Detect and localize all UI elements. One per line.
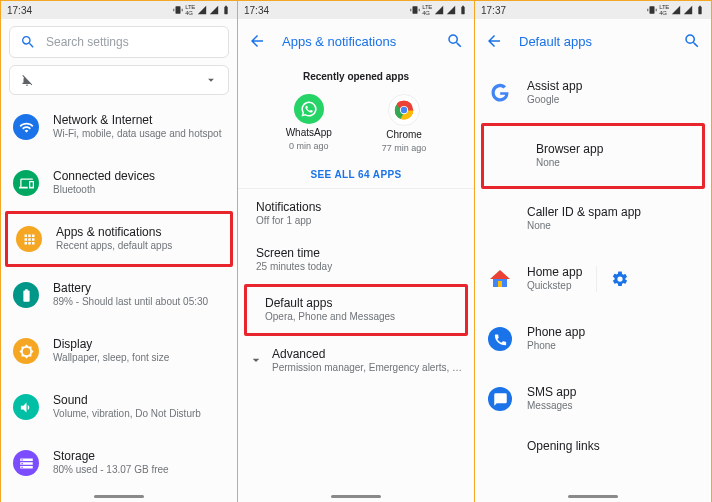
apps-icon — [22, 232, 37, 247]
back-icon[interactable] — [248, 32, 266, 50]
row-home-app[interactable]: Home appQuickstep — [475, 249, 711, 309]
nav-bar — [475, 489, 711, 502]
signal-icon — [683, 5, 693, 15]
status-time: 17:34 — [7, 5, 32, 16]
chevron-down-icon — [204, 73, 218, 87]
battery-icon — [221, 5, 231, 15]
signal-icon — [434, 5, 444, 15]
vibrate-icon — [410, 5, 420, 15]
row-browser-app[interactable]: Browser appNone — [481, 123, 705, 189]
row-connected[interactable]: Connected devicesBluetooth — [1, 155, 237, 211]
signal-icon — [446, 5, 456, 15]
battery-icon — [458, 5, 468, 15]
chrome-icon — [393, 99, 415, 121]
row-apps-notifications[interactable]: Apps & notificationsRecent apps, default… — [5, 211, 233, 267]
row-screen-time[interactable]: Screen time 25 minutes today — [238, 237, 474, 283]
row-opening-links[interactable]: Opening links — [475, 429, 711, 463]
gear-icon[interactable] — [611, 270, 629, 288]
chevron-down-icon — [248, 352, 264, 368]
status-bar: 17:37 LTE4G — [475, 1, 711, 19]
bell-off-icon — [20, 73, 34, 87]
vibrate-icon — [173, 5, 183, 15]
row-phone-app[interactable]: Phone appPhone — [475, 309, 711, 369]
wifi-icon — [19, 120, 34, 135]
back-icon[interactable] — [485, 32, 503, 50]
battery-icon — [695, 5, 705, 15]
row-default-apps[interactable]: Default apps Opera, Phone and Messages — [244, 284, 468, 336]
home-icon — [488, 267, 512, 291]
page-title: Apps & notifications — [282, 34, 430, 49]
status-bar: 17:34 LTE4G — [238, 1, 474, 19]
status-icons: LTE4G — [647, 4, 705, 16]
page-title: Default apps — [519, 34, 667, 49]
nav-bar — [238, 489, 474, 502]
brightness-icon — [19, 344, 34, 359]
app-bar: Default apps — [475, 19, 711, 63]
phone-icon — [493, 332, 508, 347]
battery-icon — [19, 288, 34, 303]
search-placeholder: Search settings — [46, 35, 129, 49]
see-all-apps[interactable]: SEE ALL 64 APPS — [238, 169, 474, 180]
status-icons: LTE4G — [173, 4, 231, 16]
status-time: 17:37 — [481, 5, 506, 16]
search-input[interactable]: Search settings — [9, 26, 229, 58]
row-storage[interactable]: Storage80% used - 13.07 GB free — [1, 435, 237, 491]
vibrate-icon — [647, 5, 657, 15]
app-bar: Apps & notifications — [238, 19, 474, 63]
google-icon — [489, 82, 511, 104]
signal-icon — [197, 5, 207, 15]
row-sound[interactable]: SoundVolume, vibration, Do Not Disturb — [1, 379, 237, 435]
row-sms-app[interactable]: SMS appMessages — [475, 369, 711, 429]
nav-bar — [1, 489, 237, 502]
default-apps-screen: 17:37 LTE4G Default apps Assist appGoogl… — [475, 1, 711, 502]
status-icons: LTE4G — [410, 4, 468, 16]
svg-point-2 — [401, 107, 407, 113]
row-assist-app[interactable]: Assist appGoogle — [475, 63, 711, 123]
search-icon[interactable] — [446, 32, 464, 50]
recent-app-whatsapp[interactable]: WhatsApp 0 min ago — [286, 94, 332, 153]
dnd-toggle-row[interactable] — [9, 65, 229, 95]
row-notifications[interactable]: Notifications Off for 1 app — [238, 191, 474, 237]
signal-icon — [209, 5, 219, 15]
status-bar: 17:34 LTE4G — [1, 1, 237, 19]
devices-icon — [19, 176, 34, 191]
recent-app-chrome[interactable]: Chrome 77 min ago — [382, 94, 427, 153]
volume-icon — [19, 400, 34, 415]
row-advanced[interactable]: AdvancedPermission manager, Emergency al… — [238, 338, 474, 384]
search-icon — [20, 34, 36, 50]
row-network[interactable]: Network & InternetWi-Fi, mobile, data us… — [1, 99, 237, 155]
row-display[interactable]: DisplayWallpaper, sleep, font size — [1, 323, 237, 379]
row-battery[interactable]: Battery89% - Should last until about 05:… — [1, 267, 237, 323]
row-caller-id-app[interactable]: Caller ID & spam appNone — [475, 189, 711, 249]
status-time: 17:34 — [244, 5, 269, 16]
whatsapp-icon — [300, 100, 318, 118]
apps-notifications-screen: 17:34 LTE4G Apps & notifications Recentl… — [238, 1, 475, 502]
storage-icon — [19, 456, 34, 471]
settings-main-screen: 17:34 LTE4G Search settings Network & In… — [1, 1, 238, 502]
search-icon[interactable] — [683, 32, 701, 50]
recent-apps: WhatsApp 0 min ago Chrome 77 min ago — [238, 94, 474, 153]
recently-label: Recently opened apps — [238, 71, 474, 82]
signal-icon — [671, 5, 681, 15]
settings-list: Network & InternetWi-Fi, mobile, data us… — [1, 99, 237, 502]
message-icon — [493, 392, 508, 407]
